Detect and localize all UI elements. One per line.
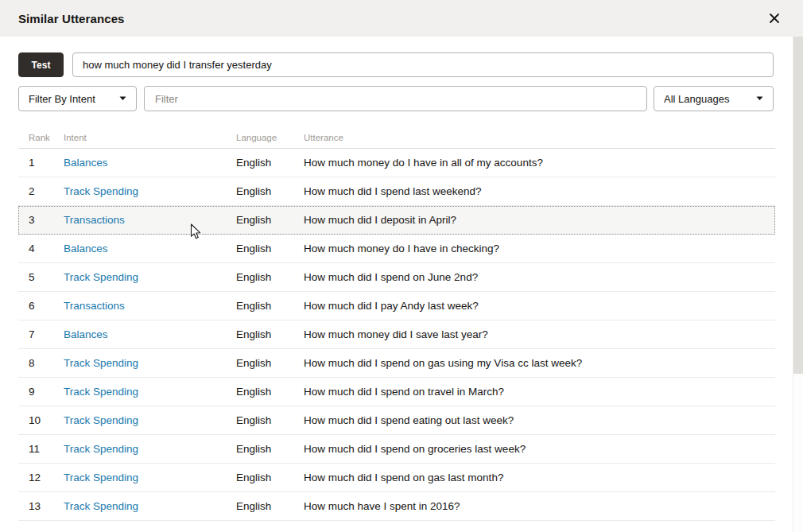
language-dropdown-label: All Languages <box>664 93 729 105</box>
test-utterance-input[interactable] <box>72 52 774 77</box>
dialog-header: Similar Utterances <box>0 0 803 37</box>
table-row[interactable]: 9Track SpendingEnglishHow much did I spe… <box>18 378 775 406</box>
rank-cell: 7 <box>18 328 64 340</box>
table-header-row: Rank Intent Language Utterance <box>18 127 775 149</box>
rank-cell: 6 <box>18 300 64 312</box>
dialog-title: Similar Utterances <box>18 12 125 25</box>
utterance-cell: How much have I spent in 2016? <box>304 500 775 512</box>
table-row[interactable]: 5Track SpendingEnglishHow much did I spe… <box>18 263 775 292</box>
table-body: 1BalancesEnglishHow much money do I have… <box>18 149 775 521</box>
intent-link[interactable]: Track Spending <box>64 185 236 197</box>
rank-cell: 13 <box>18 500 64 512</box>
utterance-cell: How much did I spend on travel in March? <box>304 386 775 398</box>
intent-link[interactable]: Balances <box>64 328 236 340</box>
language-cell: English <box>236 357 304 369</box>
intent-link[interactable]: Track Spending <box>64 357 236 369</box>
rank-cell: 8 <box>18 357 64 369</box>
table-row[interactable]: 7BalancesEnglishHow much money did I sav… <box>18 320 775 349</box>
intent-link[interactable]: Track Spending <box>64 271 236 283</box>
table-row[interactable]: 2Track SpendingEnglishHow much did I spe… <box>18 177 775 206</box>
similar-utterances-dialog: Similar Utterances Test Filter By Intent… <box>0 0 803 532</box>
filter-input[interactable] <box>144 86 647 111</box>
language-cell: English <box>236 271 304 283</box>
rank-cell: 1 <box>18 157 64 169</box>
table-row[interactable]: 12Track SpendingEnglishHow much did I sp… <box>18 464 775 492</box>
chevron-down-icon <box>108 96 126 101</box>
language-cell: English <box>236 443 304 455</box>
column-header-rank: Rank <box>18 133 64 142</box>
intent-link[interactable]: Track Spending <box>64 472 236 483</box>
rank-cell: 5 <box>18 271 64 283</box>
test-button[interactable]: Test <box>18 52 64 77</box>
utterance-cell: How much did I spend on gas last month? <box>304 472 775 483</box>
filter-by-intent-label: Filter By Intent <box>29 93 95 105</box>
similar-utterances-table: Rank Intent Language Utterance 1Balances… <box>18 127 775 521</box>
utterance-cell: How much money do I have in checking? <box>304 243 775 254</box>
intent-link[interactable]: Balances <box>64 243 236 254</box>
filter-row: Filter By Intent All Languages <box>18 86 774 111</box>
scrollbar-thumb[interactable] <box>793 37 803 374</box>
column-header-language: Language <box>236 133 304 142</box>
utterance-cell: How much did I spend on June 2nd? <box>304 271 775 283</box>
intent-link[interactable]: Balances <box>64 157 236 169</box>
intent-link[interactable]: Track Spending <box>64 500 236 512</box>
intent-link[interactable]: Track Spending <box>64 414 236 426</box>
table-row[interactable]: 13Track SpendingEnglishHow much have I s… <box>18 492 775 521</box>
rank-cell: 11 <box>18 443 64 455</box>
table-row[interactable]: 4BalancesEnglishHow much money do I have… <box>18 235 775 263</box>
language-cell: English <box>236 243 304 254</box>
close-button[interactable] <box>765 9 784 28</box>
utterance-cell: How much did I pay Andy last week? <box>304 300 775 312</box>
language-cell: English <box>236 328 304 340</box>
table-row[interactable]: 1BalancesEnglishHow much money do I have… <box>18 149 775 177</box>
language-cell: English <box>236 185 304 197</box>
utterance-cell: How much money did I save last year? <box>304 328 775 340</box>
vertical-scrollbar[interactable] <box>793 37 803 532</box>
table-row[interactable]: 3TransactionsEnglishHow much did I depos… <box>18 206 775 235</box>
filter-by-intent-dropdown[interactable]: Filter By Intent <box>18 86 137 111</box>
language-cell: English <box>236 300 304 312</box>
utterance-cell: How much did I deposit in April? <box>304 214 775 226</box>
language-cell: English <box>236 386 304 398</box>
utterance-cell: How much money do I have in all of my ac… <box>304 157 775 169</box>
language-dropdown[interactable]: All Languages <box>654 86 774 111</box>
rank-cell: 4 <box>18 243 64 254</box>
language-cell: English <box>236 414 304 426</box>
chevron-down-icon <box>745 96 763 101</box>
column-header-utterance: Utterance <box>304 133 775 142</box>
column-header-intent: Intent <box>64 133 236 142</box>
intent-link[interactable]: Track Spending <box>64 386 236 398</box>
language-cell: English <box>236 214 304 226</box>
rank-cell: 3 <box>18 214 64 226</box>
utterance-cell: How much did I spend on gas using my Vis… <box>304 357 775 369</box>
table-row[interactable]: 11Track SpendingEnglishHow much did I sp… <box>18 435 775 464</box>
utterance-cell: How much did I spend last weekend? <box>304 185 775 197</box>
close-icon <box>769 13 780 24</box>
rank-cell: 2 <box>18 185 64 197</box>
language-cell: English <box>236 500 304 512</box>
intent-link[interactable]: Track Spending <box>64 443 236 455</box>
test-row: Test <box>18 52 774 77</box>
language-cell: English <box>236 157 304 169</box>
intent-link[interactable]: Transactions <box>64 300 236 312</box>
language-cell: English <box>236 472 304 483</box>
rank-cell: 9 <box>18 386 64 398</box>
table-row[interactable]: 10Track SpendingEnglishHow much did I sp… <box>18 406 775 435</box>
rank-cell: 10 <box>18 414 64 426</box>
rank-cell: 12 <box>18 472 64 483</box>
table-row[interactable]: 6TransactionsEnglishHow much did I pay A… <box>18 292 775 320</box>
utterance-cell: How much did I spend eating out last wee… <box>304 414 775 426</box>
table-row[interactable]: 8Track SpendingEnglishHow much did I spe… <box>18 349 775 378</box>
intent-link[interactable]: Transactions <box>64 214 236 226</box>
utterance-cell: How much did I spend on groceries last w… <box>304 443 775 455</box>
